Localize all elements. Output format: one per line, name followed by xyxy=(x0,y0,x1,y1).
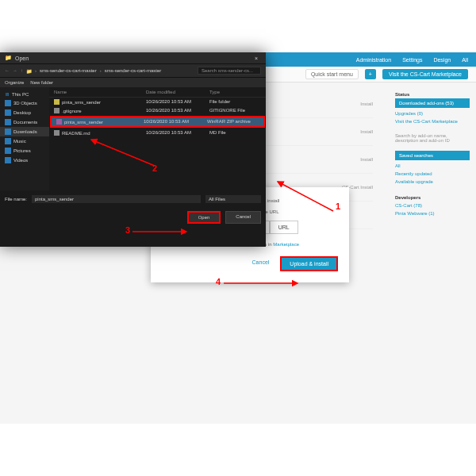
search-input[interactable]: Search sms-sender-cs... xyxy=(198,67,261,75)
filename-input[interactable]: pinta_sms_sender xyxy=(32,195,201,203)
arrow-3 xyxy=(131,225,190,240)
file-row-selected[interactable]: pinta_sms_sender 10/26/2020 10:53 AM Win… xyxy=(50,116,265,128)
new-folder-button[interactable]: New folder xyxy=(30,80,53,85)
developer-item[interactable]: CS-Cart (78) xyxy=(395,202,470,209)
cancel-button[interactable]: Cancel xyxy=(225,211,261,224)
annotation-3: 3 xyxy=(125,225,130,235)
sidebar-downloads[interactable]: Downloads xyxy=(0,127,49,136)
folder-icon xyxy=(54,99,60,105)
sidebar-desktop[interactable]: Desktop xyxy=(0,108,49,117)
file-row[interactable]: pinta_sms_sender 10/26/2020 10:53 AM Fil… xyxy=(49,98,266,106)
path-segment[interactable]: sms-sender-cs-cart-master xyxy=(40,68,97,73)
tab-url[interactable]: URL xyxy=(270,221,298,234)
file-row[interactable]: .gitignore 10/26/2020 10:53 AM GITIGNORE… xyxy=(49,106,266,115)
back-icon[interactable]: ← xyxy=(5,68,10,73)
archive-icon xyxy=(56,119,62,125)
developers-heading: Developers xyxy=(395,194,470,202)
arrow-1 xyxy=(274,179,337,222)
col-name[interactable]: Name xyxy=(54,90,146,94)
sidebar-pictures[interactable]: Pictures xyxy=(0,146,49,155)
close-icon[interactable]: × xyxy=(251,56,261,61)
marketplace-link[interactable]: Marketplace xyxy=(273,242,299,247)
dialog-title: Open xyxy=(15,56,29,61)
saved-search-item[interactable]: Recently updated xyxy=(395,170,470,178)
dialog-footer: File name: pinta_sms_sender All Files xyxy=(0,190,266,208)
annotation-2: 2 xyxy=(152,163,157,173)
saved-search-item[interactable]: Available upgrade xyxy=(395,178,470,186)
search-hint: Search by add-on name, description and a… xyxy=(395,133,470,143)
saved-search-item[interactable]: All xyxy=(395,162,470,170)
upload-install-button[interactable]: Upload & install xyxy=(280,256,338,271)
file-row[interactable]: README.md 10/26/2020 10:53 AM MD File xyxy=(49,129,266,137)
annotation-4: 4 xyxy=(216,277,221,286)
arrow-2 xyxy=(87,138,159,173)
file-filter-dropdown[interactable]: All Files xyxy=(205,195,261,203)
forward-icon[interactable]: → xyxy=(13,68,17,73)
dialog-toolbar: Organize New folder xyxy=(0,77,266,87)
annotation-1: 1 xyxy=(336,202,340,211)
dialog-sidebar: 🖥This PC 3D Objects Desktop Documents Do… xyxy=(0,87,49,190)
sidebar-3d-objects[interactable]: 3D Objects xyxy=(0,98,49,108)
sidebar-music[interactable]: Music xyxy=(0,136,49,146)
saved-searches-heading: Saved searches xyxy=(395,151,470,160)
open-button[interactable]: Open xyxy=(187,211,221,224)
menu-item[interactable]: Administration xyxy=(356,57,391,63)
admin-sidebar: Status Downloaded add-ons (53) Upgrades … xyxy=(389,83,476,424)
status-heading: Status xyxy=(395,90,470,98)
col-type[interactable]: Type xyxy=(209,90,261,94)
file-icon xyxy=(54,108,60,113)
svg-line-0 xyxy=(91,140,155,166)
upgrades-link[interactable]: Upgrades (0) xyxy=(395,109,470,117)
visit-marketplace-button[interactable]: Visit the CS-Cart Marketplace xyxy=(382,69,468,79)
arrow-4 xyxy=(222,277,301,291)
svg-line-2 xyxy=(278,182,333,211)
col-date[interactable]: Date modified xyxy=(146,90,209,94)
path-bar[interactable]: ← → ↑ 📁 › sms-sender-cs-cart-master › sm… xyxy=(0,63,266,77)
sidebar-videos[interactable]: Videos xyxy=(0,155,49,165)
file-icon xyxy=(54,130,60,136)
downloaded-addons[interactable]: Downloaded add-ons (53) xyxy=(395,98,470,108)
developer-item[interactable]: Pinta Webware (1) xyxy=(395,209,470,217)
sidebar-documents[interactable]: Documents xyxy=(0,117,49,127)
folder-icon: 📁 xyxy=(5,55,12,61)
menu-item[interactable]: All xyxy=(462,57,468,63)
organize-button[interactable]: Organize xyxy=(5,80,24,85)
plus-button[interactable]: + xyxy=(365,69,376,79)
path-segment[interactable]: sms-sender-cs-cart-master xyxy=(105,68,162,73)
filename-label: File name: xyxy=(5,197,27,202)
quick-start-menu[interactable]: Quick start menu xyxy=(305,69,359,79)
sidebar-this-pc[interactable]: 🖥This PC xyxy=(0,90,49,98)
dialog-titlebar: 📁 Open × xyxy=(0,52,266,63)
menu-item[interactable]: Settings xyxy=(402,57,422,63)
menu-item[interactable]: Design xyxy=(433,57,451,63)
up-icon[interactable]: ↑ xyxy=(21,68,23,73)
marketplace-link[interactable]: Visit the CS-Cart Marketplace xyxy=(395,117,470,125)
cancel-button[interactable]: Cancel xyxy=(246,256,276,271)
